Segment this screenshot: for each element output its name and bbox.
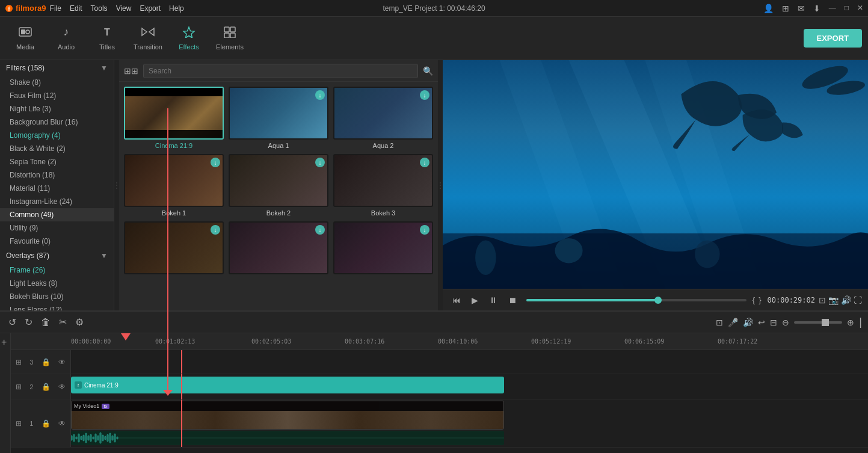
effect-row3-2[interactable]: ↓ <box>229 221 328 277</box>
filter-utility[interactable]: Utility (9) <box>0 221 114 235</box>
grid-view-icon[interactable]: ⊞⊞ <box>124 66 138 76</box>
tool-transition[interactable]: Transition <box>129 20 167 57</box>
zoom-thumb[interactable] <box>822 319 829 326</box>
ruler-tick-3: 00:03:07:16 <box>345 338 384 345</box>
volume-icon[interactable]: 🔊 <box>841 295 851 305</box>
filter-distortion[interactable]: Distortion (18) <box>0 168 114 182</box>
svg-rect-37 <box>97 436 99 440</box>
close-btn[interactable]: ✕ <box>857 4 863 13</box>
filter-common[interactable]: Common (49) <box>0 208 114 221</box>
effects-search-input[interactable] <box>143 64 418 78</box>
filter-shake[interactable]: Shake (8) <box>0 76 114 89</box>
track-2-eye[interactable]: 👁 <box>58 383 66 391</box>
tl-add-icon[interactable]: | <box>859 316 862 328</box>
filter-lomography[interactable]: Lomography (4) <box>0 129 114 142</box>
svg-rect-12 <box>224 33 229 38</box>
menu-help[interactable]: Help <box>169 4 184 13</box>
track-3-lock[interactable]: 🔒 <box>42 358 51 366</box>
menu-export[interactable]: Export <box>140 4 161 13</box>
tool-audio[interactable]: ♪ Audio <box>47 20 85 57</box>
track-3-eye[interactable]: 👁 <box>58 358 66 366</box>
overlay-frame[interactable]: Frame (26) <box>0 263 114 277</box>
filter-nightlife-label: Night Life (3) <box>10 105 51 113</box>
export-button[interactable]: EXPORT <box>804 29 862 48</box>
effect-row3-1[interactable]: ↓ <box>124 221 224 277</box>
delete-btn[interactable]: 🗑 <box>38 316 53 329</box>
effect-row3-3[interactable]: ↓ <box>333 221 433 277</box>
overlay-lens-flares[interactable]: Lens Flares (12) <box>0 303 114 310</box>
effect-aqua-2[interactable]: ↓ Aqua 2 <box>333 87 433 149</box>
track-2-lock[interactable]: 🔒 <box>42 383 51 391</box>
play-btn[interactable]: ▶ <box>468 294 482 306</box>
video-clip[interactable]: My Video1 fx <box>71 401 504 430</box>
tool-elements[interactable]: Elements <box>211 20 249 57</box>
speaker-icon[interactable]: 🔊 <box>743 318 753 327</box>
overlay-light-leaks[interactable]: Light Leaks (8) <box>0 277 114 290</box>
progress-bar[interactable] <box>526 299 746 301</box>
track-1-label: ⊞ 1 🔒 👁 <box>11 399 71 447</box>
tool-media[interactable]: Media <box>6 20 45 57</box>
svg-point-23 <box>695 240 719 268</box>
progress-thumb[interactable] <box>654 297 662 304</box>
svg-rect-45 <box>117 437 118 439</box>
maximize-btn[interactable]: □ <box>845 4 849 13</box>
skip-back-btn[interactable]: ⏮ <box>449 294 464 306</box>
pause-btn[interactable]: ⏸ <box>485 294 501 306</box>
tool-effects[interactable]: Effects <box>170 20 208 57</box>
effect-row3-1-thumb: ↓ <box>124 221 224 274</box>
timeline-right-controls: ⊡ 🎤 🔊 ↩ ⊟ ⊖ ⊕ | <box>716 316 862 328</box>
loop-icon[interactable]: ↩ <box>758 318 765 327</box>
audio-waveform[interactable] <box>71 431 504 445</box>
overlay-bokeh-blurs[interactable]: Bokeh Blurs (10) <box>0 290 114 303</box>
add-track-btn[interactable]: + <box>0 336 8 349</box>
tl-minus-icon[interactable]: ⊖ <box>782 318 789 327</box>
bracket-end-btn[interactable]: } <box>759 295 761 304</box>
zoom-slider[interactable] <box>794 321 842 324</box>
svg-rect-10 <box>224 27 229 32</box>
track-1-eye[interactable]: 👁 <box>58 419 66 428</box>
filter-nightlife[interactable]: Night Life (3) <box>0 102 114 116</box>
menu-view[interactable]: View <box>116 4 132 13</box>
menu-file[interactable]: File <box>50 4 61 13</box>
filter-black-white[interactable]: Black & White (2) <box>0 142 114 155</box>
search-icon[interactable]: 🔍 <box>423 66 433 76</box>
ruler-tick-4: 00:04:10:06 <box>438 338 478 345</box>
overlays-header[interactable]: Overlays (87) ▼ <box>0 248 114 263</box>
microphone-icon[interactable]: 🎤 <box>728 318 738 327</box>
screen-size-icon[interactable]: ⊡ <box>819 295 826 305</box>
filter-faux-film[interactable]: Faux Film (12) <box>0 89 114 102</box>
split-icon[interactable]: ⊟ <box>770 318 777 327</box>
menu-edit[interactable]: Edit <box>70 4 82 13</box>
filter-favourite[interactable]: Favourite (0) <box>0 235 114 248</box>
filter-instagram[interactable]: Instagram-Like (24) <box>0 195 114 208</box>
effect-bokeh-2[interactable]: ↓ Bokeh 2 <box>229 154 328 217</box>
fullscreen-icon[interactable]: ⛶ <box>854 295 862 305</box>
minimize-btn[interactable]: — <box>829 4 836 13</box>
effect-bokeh-1[interactable]: ↓ Bokeh 1 <box>124 154 224 217</box>
svg-marker-9 <box>183 27 194 38</box>
filter-bg-blur[interactable]: Background Blur (16) <box>0 116 114 129</box>
tl-plus-icon[interactable]: ⊕ <box>847 318 854 327</box>
redo-btn[interactable]: ↻ <box>22 315 35 329</box>
snapshot-icon[interactable]: ⊡ <box>716 318 723 327</box>
filter-material[interactable]: Material (11) <box>0 182 114 195</box>
bracket-start-btn[interactable]: { <box>753 295 755 304</box>
filter-instagram-label: Instagram-Like (24) <box>10 197 72 206</box>
tool-titles[interactable]: T Titles <box>88 20 126 57</box>
screenshot-icon[interactable]: 📷 <box>828 295 839 305</box>
filter-sepia[interactable]: Sepia Tone (2) <box>0 155 114 168</box>
effect-aqua-1[interactable]: ↓ Aqua 1 <box>229 87 328 149</box>
panel-divider-right[interactable]: ⋮ <box>438 60 443 310</box>
undo-btn[interactable]: ↺ <box>6 315 19 329</box>
filters-header[interactable]: Filters (158) ▼ <box>0 60 114 76</box>
cut-btn[interactable]: ✂ <box>57 315 69 329</box>
audio-mix-btn[interactable]: ⚙ <box>73 315 86 329</box>
menu-tools[interactable]: Tools <box>91 4 108 13</box>
stop-btn[interactable]: ⏹ <box>505 294 520 306</box>
cinema-clip[interactable]: f Cinema 21:9 <box>71 377 504 393</box>
track-1-lock[interactable]: 🔒 <box>42 419 51 428</box>
panel-divider-left[interactable]: ⋮ <box>114 60 119 310</box>
effect-bokeh-3[interactable]: ↓ Bokeh 3 <box>333 154 433 217</box>
effect-cinema-21-9[interactable]: Cinema 21:9 <box>124 87 224 149</box>
svg-marker-8 <box>149 28 154 35</box>
